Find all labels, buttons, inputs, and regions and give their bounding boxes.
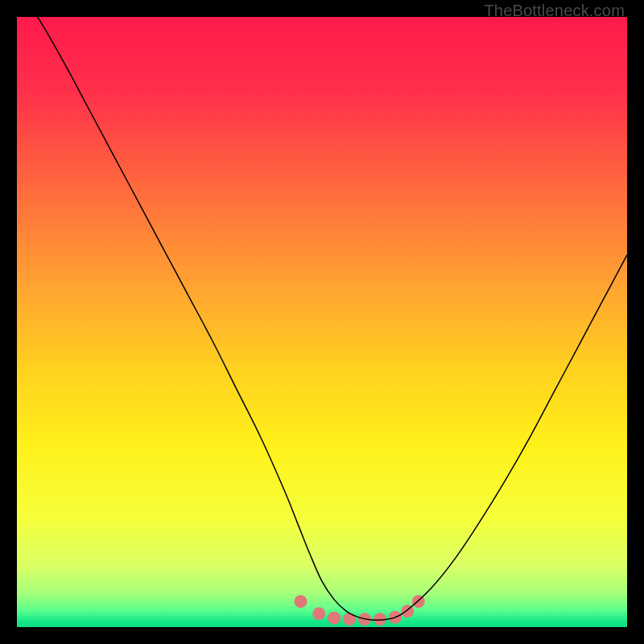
chart-container: TheBottleneck.com: [0, 0, 644, 644]
marker-dot: [328, 612, 341, 625]
marker-dot: [312, 607, 325, 620]
marker-dots: [294, 595, 424, 625]
marker-dot: [343, 613, 356, 625]
bottleneck-curve: [17, 17, 627, 620]
marker-dot: [294, 595, 307, 608]
chart-svg: [17, 17, 627, 627]
plot-area: [17, 17, 627, 627]
